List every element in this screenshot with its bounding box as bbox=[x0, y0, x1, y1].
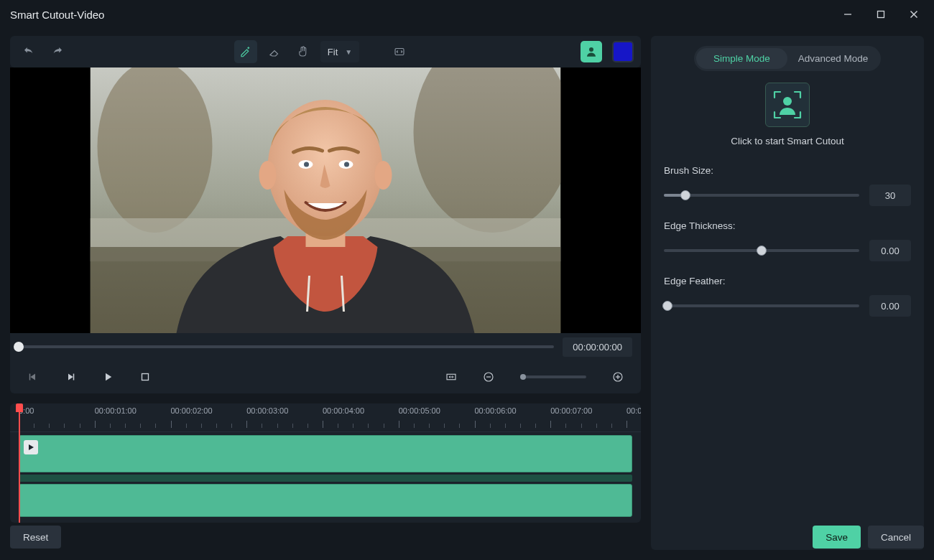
left-column: Fit ▼ bbox=[10, 36, 641, 550]
brush-size-thumb[interactable] bbox=[680, 190, 690, 200]
maximize-button[interactable] bbox=[865, 4, 897, 25]
compare-toggle[interactable] bbox=[388, 40, 411, 63]
svg-point-16 bbox=[375, 161, 392, 190]
body-area: Fit ▼ bbox=[0, 29, 934, 560]
timeline-ruler[interactable]: 0:0000:00:01:0000:00:02:0000:00:03:0000:… bbox=[10, 403, 641, 432]
edge-feather-value[interactable]: 0.00 bbox=[869, 295, 911, 317]
background-color-chip[interactable] bbox=[612, 41, 634, 62]
svg-point-7 bbox=[98, 67, 213, 233]
edge-thickness-value[interactable]: 0.00 bbox=[869, 240, 911, 261]
edge-feather-label: Edge Feather: bbox=[664, 276, 911, 286]
ruler-label: 00:00:01:00 bbox=[95, 406, 137, 415]
prev-frame-icon bbox=[27, 370, 40, 383]
svg-point-30 bbox=[783, 97, 792, 106]
video-clip[interactable] bbox=[19, 435, 632, 472]
eraser-tool[interactable] bbox=[263, 40, 286, 63]
ruler-label: 00:00:06:00 bbox=[475, 406, 517, 415]
app-window: Smart Cutout-Video bbox=[0, 0, 934, 560]
toolbar: Fit ▼ bbox=[10, 36, 641, 67]
edge-feather-slider[interactable] bbox=[664, 304, 859, 307]
redo-icon bbox=[51, 45, 64, 58]
tab-advanced-mode[interactable]: Advanced Mode bbox=[787, 48, 879, 69]
eraser-icon bbox=[268, 45, 281, 58]
brush-size-slider[interactable] bbox=[664, 194, 859, 197]
minimize-icon bbox=[843, 10, 852, 19]
edge-feather-thumb[interactable] bbox=[662, 301, 672, 311]
start-cutout-label: Click to start Smart Cutout bbox=[731, 136, 844, 146]
edge-thickness-thumb[interactable] bbox=[757, 246, 767, 256]
timeline[interactable]: 0:0000:00:01:0000:00:02:0000:00:03:0000:… bbox=[10, 403, 641, 523]
brush-size-value[interactable]: 30 bbox=[869, 185, 911, 206]
zoom-out-icon bbox=[482, 370, 495, 383]
fit-width-icon bbox=[445, 370, 458, 383]
save-button[interactable]: Save bbox=[813, 526, 861, 549]
audio-clip[interactable] bbox=[19, 484, 632, 517]
scrub-thumb[interactable] bbox=[14, 342, 24, 352]
svg-point-19 bbox=[304, 162, 309, 167]
minimize-button[interactable] bbox=[832, 4, 864, 25]
foreground-person-chip[interactable] bbox=[581, 41, 602, 62]
play-icon bbox=[101, 370, 114, 383]
timeline-clips bbox=[10, 432, 641, 523]
preview-frame bbox=[91, 67, 561, 333]
ruler-label: 00:00:08:00 bbox=[626, 406, 641, 415]
undo-icon bbox=[22, 45, 35, 58]
pan-tool[interactable] bbox=[292, 40, 315, 63]
edge-thickness-slider[interactable] bbox=[664, 249, 859, 252]
maximize-icon bbox=[877, 10, 885, 19]
timeline-zoom-slider[interactable] bbox=[520, 375, 586, 378]
ruler-label: 00:00:04:00 bbox=[323, 406, 364, 415]
zoom-select[interactable]: Fit ▼ bbox=[320, 41, 359, 62]
scrub-track[interactable] bbox=[19, 345, 554, 348]
svg-point-20 bbox=[344, 162, 349, 167]
start-cutout-button[interactable] bbox=[765, 83, 810, 127]
window-controls bbox=[832, 4, 930, 25]
prev-frame-button[interactable] bbox=[22, 365, 45, 388]
svg-point-5 bbox=[589, 47, 593, 52]
playhead[interactable] bbox=[19, 403, 20, 523]
start-cutout-section: Click to start Smart Cutout bbox=[664, 83, 911, 146]
footer: Reset Save Cancel bbox=[10, 524, 924, 550]
person-scan-icon bbox=[772, 89, 803, 121]
chevron-down-icon: ▼ bbox=[345, 48, 352, 56]
undo-button[interactable] bbox=[17, 40, 40, 63]
edge-thickness-label: Edge Thickness: bbox=[664, 220, 911, 231]
properties-panel: Simple Mode Advanced Mode Click to start… bbox=[651, 36, 924, 550]
param-edge-feather: Edge Feather: 0.00 bbox=[664, 276, 911, 317]
video-preview[interactable] bbox=[10, 67, 641, 333]
redo-button[interactable] bbox=[46, 40, 69, 63]
zoom-in-button[interactable] bbox=[606, 365, 629, 388]
timecode: 00:00:00:00 bbox=[563, 337, 632, 357]
cancel-button[interactable]: Cancel bbox=[868, 526, 924, 549]
clip-thumbnail-icon bbox=[24, 440, 38, 454]
scrub-bar: 00:00:00:00 bbox=[10, 333, 641, 360]
svg-rect-23 bbox=[142, 374, 149, 381]
param-edge-thickness: Edge Thickness: 0.00 bbox=[664, 220, 911, 261]
ruler-label: 00:00:03:00 bbox=[246, 406, 288, 415]
tab-simple-mode[interactable]: Simple Mode bbox=[696, 48, 787, 69]
zoom-slider-thumb[interactable] bbox=[520, 374, 526, 380]
zoom-label: Fit bbox=[328, 47, 338, 57]
next-frame-button[interactable] bbox=[59, 365, 82, 388]
mode-tabs: Simple Mode Advanced Mode bbox=[694, 46, 881, 71]
brush-add-tool[interactable] bbox=[234, 40, 257, 63]
play-button[interactable] bbox=[96, 365, 119, 388]
compare-icon bbox=[393, 45, 406, 58]
zoom-in-icon bbox=[611, 370, 624, 383]
svg-rect-1 bbox=[878, 11, 884, 18]
reset-button[interactable]: Reset bbox=[10, 526, 61, 549]
ruler-label: 00:00:05:00 bbox=[399, 406, 440, 415]
close-icon bbox=[910, 10, 918, 19]
svg-point-15 bbox=[259, 161, 277, 190]
stop-button[interactable] bbox=[134, 365, 157, 388]
close-button[interactable] bbox=[898, 4, 930, 25]
svg-rect-22 bbox=[73, 374, 75, 381]
person-icon bbox=[585, 45, 598, 58]
playback-controls bbox=[10, 360, 641, 393]
clip-divider bbox=[19, 475, 632, 482]
fit-width-button[interactable] bbox=[440, 365, 463, 388]
svg-rect-21 bbox=[29, 374, 31, 381]
ruler-label: 00:00:02:00 bbox=[171, 406, 213, 415]
zoom-out-button[interactable] bbox=[477, 365, 500, 388]
titlebar: Smart Cutout-Video bbox=[0, 0, 934, 29]
